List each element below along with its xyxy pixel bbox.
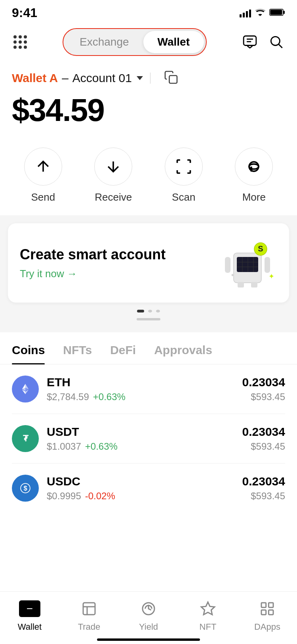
- exchange-wallet-toggle: Exchange Wallet: [63, 28, 207, 56]
- banner-section: Create smart account Try it now →: [0, 215, 297, 332]
- usdt-price: $1.0037: [47, 441, 81, 452]
- bottom-nav-wallet[interactable]: Wallet: [10, 598, 50, 632]
- receive-label: Receive: [95, 191, 132, 203]
- usdc-logo: $: [12, 475, 39, 502]
- svg-rect-36: [261, 603, 266, 608]
- usdt-price-row: $1.0037 +0.63%: [47, 441, 242, 452]
- more-label: More: [242, 191, 266, 203]
- account-name[interactable]: Account 01: [72, 71, 132, 85]
- banner-cta[interactable]: Try it now →: [20, 268, 77, 280]
- account-section: Wallet A – Account 01 $34.59: [0, 62, 297, 138]
- bottom-nav-yield[interactable]: Yield: [129, 598, 168, 632]
- svg-text:✦: ✦: [268, 272, 274, 280]
- carousel-dots: [8, 310, 289, 312]
- top-nav: Exchange Wallet: [0, 24, 297, 62]
- more-icon-circle: [235, 148, 273, 186]
- svg-text:$: $: [23, 485, 27, 492]
- usdt-change: +0.63%: [85, 441, 118, 452]
- svg-rect-8: [169, 76, 177, 84]
- send-action[interactable]: Send: [24, 148, 62, 203]
- status-bar: 9:41: [0, 0, 297, 24]
- send-label: Send: [31, 191, 55, 203]
- banner-text: Create smart account Try it now →: [20, 246, 166, 280]
- usdt-balance: 0.23034 $593.45: [242, 425, 285, 452]
- divider: [150, 73, 150, 84]
- asset-tabs: Coins NFTs DeFi Approvals: [0, 334, 297, 364]
- svg-rect-19: [238, 282, 244, 288]
- coin-item-usdt[interactable]: ₮ USDT $1.0037 +0.63% 0.23034 $593.45: [12, 414, 285, 464]
- account-separator: –: [62, 71, 69, 85]
- svg-rect-37: [268, 603, 273, 608]
- usdc-symbol: USDC: [47, 475, 242, 488]
- signal-icon: [240, 9, 251, 17]
- svg-rect-38: [261, 610, 266, 615]
- banner-title: Create smart account: [20, 246, 166, 263]
- account-label: Wallet A – Account 01: [12, 70, 285, 86]
- drag-indicator: [137, 318, 160, 320]
- status-time: 9:41: [12, 6, 37, 20]
- svg-rect-20: [251, 282, 257, 288]
- svg-rect-3: [244, 36, 256, 45]
- svg-text:₮: ₮: [23, 434, 29, 443]
- svg-point-11: [249, 164, 259, 169]
- eth-info: ETH $2,784.59 +0.63%: [47, 376, 242, 402]
- svg-rect-21: [225, 257, 230, 273]
- tab-defi[interactable]: DeFi: [110, 334, 136, 364]
- wallet-active-icon: [19, 600, 40, 617]
- usdt-usd: $593.45: [242, 441, 285, 452]
- svg-rect-22: [265, 257, 270, 273]
- coin-item-eth[interactable]: ETH $2,784.59 +0.63% 0.23034 $593.45: [12, 364, 285, 414]
- svg-text:S: S: [258, 244, 263, 253]
- wifi-icon: [255, 8, 265, 18]
- tab-coins[interactable]: Coins: [12, 334, 45, 364]
- wallet-tab[interactable]: Wallet: [143, 31, 204, 53]
- usdt-amount: 0.23034: [242, 425, 285, 439]
- wallet-nav-icon: [19, 598, 40, 619]
- carousel-dot-3: [156, 310, 160, 312]
- usdc-usd: $593.45: [242, 491, 285, 502]
- coin-item-usdc[interactable]: $ USDC $0.9995 -0.02% 0.23034 $593.45: [12, 464, 285, 513]
- trade-nav-icon: [78, 598, 100, 619]
- receive-action[interactable]: Receive: [94, 148, 132, 203]
- search-button[interactable]: [267, 33, 285, 52]
- usdt-info: USDT $1.0037 +0.63%: [47, 425, 242, 452]
- bottom-nav: Wallet Trade Yield NFT: [0, 591, 297, 644]
- usdc-amount: 0.23034: [242, 475, 285, 488]
- dapps-nav-label: DApps: [254, 622, 280, 632]
- eth-balance: 0.23034 $593.45: [242, 376, 285, 402]
- copy-address-button[interactable]: [164, 70, 178, 86]
- svg-rect-39: [268, 610, 273, 615]
- account-balance: $34.59: [12, 92, 285, 128]
- action-buttons: Send Receive Scan: [0, 138, 297, 215]
- dapps-nav-icon: [257, 598, 278, 619]
- svg-line-7: [279, 44, 282, 48]
- svg-rect-13: [237, 257, 258, 272]
- svg-rect-2: [270, 10, 282, 15]
- usdt-logo: ₮: [12, 425, 39, 452]
- trade-nav-label: Trade: [78, 622, 101, 632]
- smart-account-banner[interactable]: Create smart account Try it now →: [8, 223, 289, 303]
- scan-action[interactable]: Scan: [165, 148, 203, 203]
- usdc-price-row: $0.9995 -0.02%: [47, 491, 242, 502]
- message-button[interactable]: [241, 33, 259, 52]
- eth-symbol: ETH: [47, 376, 242, 389]
- more-action[interactable]: More: [235, 148, 273, 203]
- tab-nfts[interactable]: NFTs: [63, 334, 92, 364]
- scan-label: Scan: [172, 191, 195, 203]
- svg-point-6: [271, 36, 280, 45]
- usdt-symbol: USDT: [47, 425, 242, 439]
- carousel-dot-active: [137, 310, 144, 312]
- yield-nav-label: Yield: [139, 622, 158, 632]
- grid-icon: [13, 35, 27, 49]
- tab-approvals[interactable]: Approvals: [154, 334, 212, 364]
- bottom-nav-trade[interactable]: Trade: [69, 598, 109, 632]
- banner-robot-illustration: S ✦ ✦: [222, 235, 277, 291]
- bottom-nav-nft[interactable]: NFT: [188, 598, 228, 632]
- usdc-balance: 0.23034 $593.45: [242, 475, 285, 502]
- eth-amount: 0.23034: [242, 376, 285, 389]
- grid-menu-button[interactable]: [12, 34, 29, 50]
- bottom-nav-dapps[interactable]: DApps: [248, 598, 287, 632]
- account-dropdown-icon[interactable]: [137, 76, 143, 80]
- eth-price: $2,784.59: [47, 391, 89, 402]
- exchange-tab[interactable]: Exchange: [65, 31, 143, 53]
